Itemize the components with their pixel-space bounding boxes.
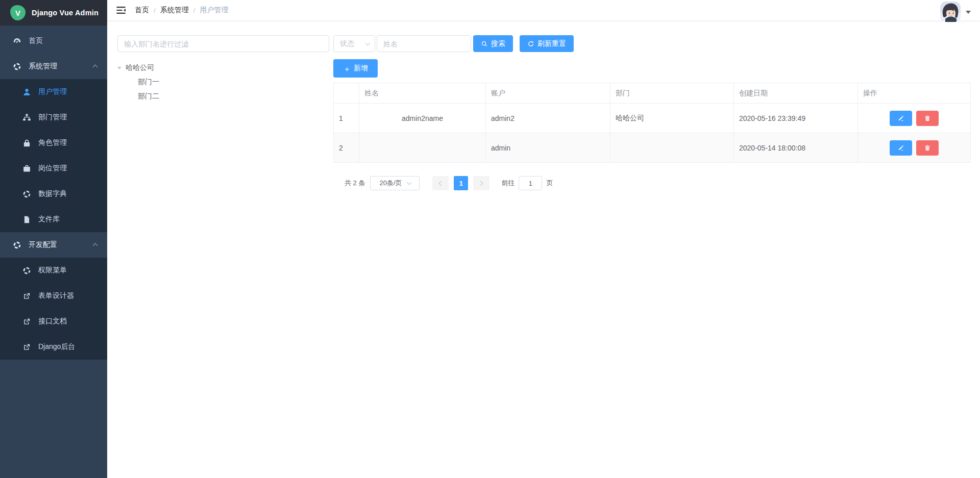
component-icon xyxy=(13,241,21,249)
filter-row: 状态 搜索 刷新重置 xyxy=(333,35,971,52)
cell-name xyxy=(359,133,486,163)
tree-node-dept1[interactable]: 部门一 xyxy=(117,76,329,89)
page-size-select[interactable]: 20条/页 xyxy=(370,176,420,190)
prev-page-button[interactable] xyxy=(432,176,449,190)
col-header-dept: 部门 xyxy=(610,83,734,104)
avatar[interactable] xyxy=(940,2,961,22)
breadcrumb-home[interactable]: 首页 xyxy=(135,6,149,15)
sidebar-item-role-mgmt[interactable]: 角色管理 xyxy=(0,130,107,156)
sidebar: V Django Vue Admin 首页 系统管理 用户管理 部门管理 xyxy=(0,0,107,478)
dept-filter-input[interactable] xyxy=(117,35,329,52)
status-select[interactable]: 状态 xyxy=(333,35,375,52)
breadcrumb-separator: / xyxy=(193,7,195,14)
page-size-value: 20条/页 xyxy=(379,179,402,188)
edit-button[interactable] xyxy=(890,111,912,126)
cell-dept: 哈哈公司 xyxy=(610,104,734,133)
chevron-up-icon xyxy=(93,65,98,70)
search-button[interactable]: 搜索 xyxy=(473,35,513,52)
sidebar-item-system-mgmt[interactable]: 系统管理 xyxy=(0,54,107,79)
sidebar-item-label: 首页 xyxy=(29,36,43,45)
app-title: Django Vue Admin xyxy=(32,9,99,17)
edit-pencil-icon xyxy=(897,144,904,152)
cell-actions xyxy=(858,104,971,133)
sidebar-item-django-admin[interactable]: Django后台 xyxy=(0,334,107,360)
sidebar-item-file-library[interactable]: 文件库 xyxy=(0,207,107,232)
status-select-placeholder: 状态 xyxy=(340,39,354,48)
navbar: 首页 / 系统管理 / 用户管理 xyxy=(107,0,980,21)
hamburger-icon xyxy=(115,5,127,16)
user-menu[interactable] xyxy=(940,2,971,22)
sidebar-item-home[interactable]: 首页 xyxy=(0,28,107,54)
col-header-actions: 操作 xyxy=(858,83,971,104)
user-table: 姓名 账户 部门 创建日期 操作 1 admin2name admin2 哈哈公 xyxy=(333,83,971,163)
sidebar-item-dept-mgmt[interactable]: 部门管理 xyxy=(0,105,107,130)
document-icon xyxy=(22,215,31,224)
table-row: 2 admin 2020-05-14 18:00:08 xyxy=(334,133,971,163)
sidebar-item-perm-menu[interactable]: 权限菜单 xyxy=(0,258,107,283)
cell-created: 2020-05-16 23:39:49 xyxy=(734,104,858,133)
cell-name: admin2name xyxy=(359,104,486,133)
cell-index: 2 xyxy=(334,133,359,163)
refresh-reset-button[interactable]: 刷新重置 xyxy=(520,35,574,52)
pagination: 共 2 条 20条/页 1 前往 页 xyxy=(333,176,971,190)
chevron-down-icon xyxy=(365,40,371,45)
logo-bar[interactable]: V Django Vue Admin xyxy=(0,0,107,26)
external-link-icon xyxy=(22,292,31,300)
breadcrumb-system-mgmt[interactable]: 系统管理 xyxy=(160,6,189,15)
delete-button[interactable] xyxy=(916,140,939,156)
goto-label: 前往 xyxy=(501,179,514,188)
page-number-button[interactable]: 1 xyxy=(454,176,468,190)
edit-pencil-icon xyxy=(897,115,904,122)
sidebar-item-label: Django后台 xyxy=(38,342,75,351)
col-header-name: 姓名 xyxy=(359,83,486,104)
dashboard-icon xyxy=(13,37,21,45)
sidebar-item-label: 数据字典 xyxy=(38,189,67,198)
sidebar-item-api-docs[interactable]: 接口文档 xyxy=(0,309,107,334)
sidebar-item-label: 权限菜单 xyxy=(38,266,67,275)
user-panel: 状态 搜索 刷新重置 ＋ 新增 xyxy=(333,35,971,478)
sidebar-toggle-button[interactable] xyxy=(115,5,127,16)
chevron-right-icon xyxy=(478,181,483,186)
add-button-label: 新增 xyxy=(354,64,368,73)
refresh-reset-label: 刷新重置 xyxy=(537,39,566,48)
cell-actions xyxy=(858,133,971,163)
sidebar-item-data-dict[interactable]: 数据字典 xyxy=(0,181,107,207)
external-link-icon xyxy=(22,317,31,326)
tree-node-dept2[interactable]: 部门二 xyxy=(117,90,329,103)
refresh-icon xyxy=(527,40,534,47)
chevron-down-icon xyxy=(406,180,411,185)
app-root: V Django Vue Admin 首页 系统管理 用户管理 部门管理 xyxy=(0,0,980,478)
tree-expand-icon[interactable] xyxy=(117,67,121,69)
sidebar-item-label: 用户管理 xyxy=(38,87,67,96)
trash-icon xyxy=(924,144,931,152)
sidebar-item-label: 岗位管理 xyxy=(38,164,67,173)
sidebar-item-label: 系统管理 xyxy=(29,62,57,71)
sidebar-item-form-designer[interactable]: 表单设计器 xyxy=(0,283,107,309)
tree-node-company[interactable]: 哈哈公司 xyxy=(117,61,329,74)
add-button[interactable]: ＋ 新增 xyxy=(333,59,378,78)
col-header-created: 创建日期 xyxy=(734,83,858,104)
sidebar-item-label: 接口文档 xyxy=(38,317,67,326)
cell-account: admin2 xyxy=(486,104,610,133)
org-tree-icon xyxy=(22,113,31,122)
component-icon xyxy=(22,266,31,275)
sidebar-item-label: 角色管理 xyxy=(38,138,67,147)
search-icon xyxy=(481,40,488,47)
plus-icon: ＋ xyxy=(343,65,351,72)
col-header-index xyxy=(334,83,359,104)
briefcase-icon xyxy=(22,164,31,173)
user-icon xyxy=(22,88,31,96)
sidebar-item-dev-config[interactable]: 开发配置 xyxy=(0,232,107,258)
name-filter-input[interactable] xyxy=(377,35,471,52)
dept-panel: 哈哈公司 部门一 部门二 xyxy=(117,35,329,478)
delete-button[interactable] xyxy=(916,111,939,126)
next-page-button[interactable] xyxy=(473,176,489,190)
caret-down-icon xyxy=(966,11,971,14)
tree-node-label: 部门二 xyxy=(138,92,159,101)
edit-button[interactable] xyxy=(890,140,912,156)
trash-icon xyxy=(924,115,931,122)
sidebar-item-user-mgmt[interactable]: 用户管理 xyxy=(0,79,107,105)
tree-node-label: 哈哈公司 xyxy=(126,63,154,72)
sidebar-item-post-mgmt[interactable]: 岗位管理 xyxy=(0,156,107,181)
goto-page-input[interactable] xyxy=(519,176,542,190)
